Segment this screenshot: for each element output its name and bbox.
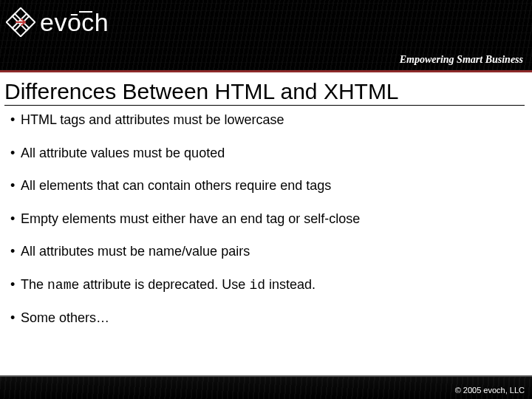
list-item: All attributes must be name/value pairs (21, 243, 525, 260)
list-item: Empty elements must either have an end t… (21, 211, 525, 228)
code-name: name (47, 278, 79, 293)
copyright: © 2005 evoch, LLC (455, 386, 525, 395)
logo-mark-icon (6, 7, 35, 37)
brand-logo: evōch (6, 7, 109, 37)
list-item: The name attribute is deprecated. Use id… (21, 276, 525, 294)
code-id: id (249, 278, 265, 293)
tagline: Empowering Smart Business (400, 54, 523, 66)
list-item: HTML tags and attributes must be lowerca… (21, 112, 525, 129)
brand-name: evōch (40, 8, 109, 37)
slide-content: Differences Between HTML and XHTML HTML … (0, 72, 532, 327)
list-item: All elements that can contain others req… (21, 177, 525, 194)
list-item: All attribute values must be quoted (21, 145, 525, 162)
slide-header: evōch Empowering Smart Business (0, 0, 532, 72)
footer-texture (0, 377, 532, 399)
slide-footer: © 2005 evoch, LLC (0, 375, 532, 399)
list-item: Some others… (21, 310, 525, 327)
slide-title: Differences Between HTML and XHTML (4, 78, 525, 106)
bullet-list: HTML tags and attributes must be lowerca… (4, 112, 525, 327)
